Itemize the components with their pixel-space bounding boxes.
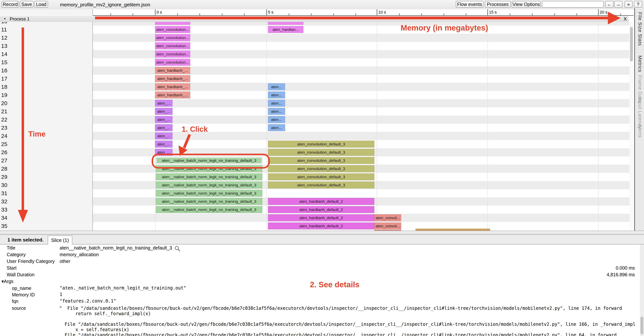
- memory-arrow: [95, 16, 608, 19]
- row-number-label: 17: [1, 76, 7, 82]
- timeline-slice[interactable]: aten_convolution_default_3: [268, 157, 374, 164]
- timeline-slice[interactable]: aten_hardtanh_default_2: [268, 222, 374, 229]
- timeline-slice[interactable]: aten__native_batch_norm_legit_no_trainin…: [156, 198, 262, 205]
- panel-splitter[interactable]: [0, 231, 644, 235]
- timeline-slice[interactable]: aten_convolution...: [155, 51, 190, 57]
- find-next-button[interactable]: →: [614, 1, 622, 8]
- ruler-minor-tick: [178, 13, 178, 15]
- timeline-slice[interactable]: aten...: [268, 116, 285, 123]
- timeline-slice[interactable]: aten...: [268, 100, 285, 107]
- row-number-label: 22: [1, 117, 7, 123]
- row-number-label: 13: [1, 43, 7, 49]
- timeline-slice[interactable]: aten_hardtanh_default_2: [268, 206, 374, 213]
- row-number-label: 18: [1, 84, 7, 90]
- timeline-slice[interactable]: aten...: [268, 108, 285, 115]
- scrollbar-thumb[interactable]: [630, 27, 633, 61]
- top-toolbar: Record Save Load memory_profile_mv2_igno…: [0, 0, 644, 9]
- detail-label: Title: [7, 245, 15, 251]
- timeline-slice[interactable]: aten_convol...: [374, 222, 401, 229]
- ruler-minor-tick: [133, 13, 133, 15]
- track-row-band: [93, 99, 634, 107]
- timeline-slice[interactable]: aten_...: [155, 141, 172, 148]
- ruler-minor-tick: [311, 13, 312, 15]
- collapse-icon[interactable]: ▾: [4, 17, 6, 20]
- timeline-slice[interactable]: aten_...: [155, 116, 172, 123]
- search-input[interactable]: [542, 1, 604, 8]
- timeline-slice[interactable]: aten_convolution_default_3: [268, 181, 374, 188]
- timeline-slice[interactable]: aten__native_batch_norm_legit_no_trainin…: [156, 173, 262, 180]
- timeline-slice[interactable]: aten_hardtanh_...: [155, 83, 190, 90]
- row-number-label: 21: [1, 108, 7, 115]
- time-ruler[interactable]: 0 s5 s10 s15 s20 s: [93, 9, 634, 16]
- ruler-minor-tick: [333, 13, 334, 15]
- timeline-slice[interactable]: aten_convolution...: [155, 59, 190, 66]
- magnifier-icon[interactable]: [174, 246, 180, 252]
- timeline-slice[interactable]: [155, 22, 190, 25]
- timeline-slice[interactable]: aten_convolution_default_3: [268, 173, 374, 180]
- timeline-slice[interactable]: aten_...: [155, 100, 172, 107]
- time-gridline: [488, 22, 488, 231]
- ruler-minor-tick: [554, 13, 555, 15]
- help-button[interactable]: ?: [634, 1, 642, 8]
- timeline-slice[interactable]: aten_...: [155, 124, 172, 131]
- processes-button[interactable]: Processes: [485, 1, 510, 8]
- tab-slice[interactable]: Slice (1): [48, 236, 72, 245]
- sidebar-tab-metrics[interactable]: Metrics: [637, 55, 643, 72]
- timeline-slice[interactable]: aten__native_batch_norm_legit_no_trainin…: [156, 206, 262, 213]
- analysis-tab-strip: 1 item selected. Slice (1): [0, 235, 644, 244]
- process-title: Process 1: [10, 16, 30, 21]
- row-number-label: 32: [1, 198, 7, 205]
- detail-value: aten__native_batch_norm_legit_no_trainin…: [60, 245, 172, 251]
- timeline-slice[interactable]: aten_hardtan...: [268, 26, 303, 33]
- timeline-slice[interactable]: aten_hardtanh_...: [155, 92, 190, 98]
- find-previous-button[interactable]: ←: [605, 1, 614, 8]
- view-options-button[interactable]: View Options: [512, 1, 541, 8]
- track-vertical-scrollbar[interactable]: [630, 22, 634, 231]
- row-number-label: 30: [1, 182, 7, 188]
- save-button[interactable]: Save: [20, 1, 34, 8]
- timeline-slice[interactable]: aten_...: [155, 108, 172, 115]
- timeline-slice[interactable]: aten_convolution...: [155, 42, 190, 49]
- timeline-slice[interactable]: aten_convol...: [374, 214, 401, 221]
- ruler-tick-label: 15 s: [489, 10, 497, 15]
- timeline-slice[interactable]: aten_convolution_default_3: [268, 165, 374, 172]
- row-number-label: 26: [1, 149, 7, 156]
- timeline-slice[interactable]: aten_hardtanh_...: [155, 75, 190, 82]
- detail-label: Wall Duration: [7, 272, 34, 277]
- timeline-slice[interactable]: aten_convolution...: [155, 34, 190, 41]
- row-number-label: 14: [1, 51, 7, 57]
- timeline-slice[interactable]: aten...: [268, 124, 285, 131]
- sidebar-tab-alerts[interactable]: Alerts: [637, 124, 643, 138]
- timeline-slice[interactable]: aten__native_batch_norm_legit_no_trainin…: [156, 181, 262, 188]
- flow-events-button[interactable]: Flow events: [456, 1, 483, 8]
- sidebar-tab-file-size-stats[interactable]: File Size Stats: [637, 12, 643, 46]
- timeline-slice[interactable]: aten...: [268, 83, 285, 90]
- timeline-slice[interactable]: aten__native_batch_norm_legit_no_trainin…: [156, 190, 262, 197]
- time-annotation: Time: [28, 130, 46, 138]
- timeline-slice[interactable]: [416, 229, 490, 231]
- close-process-icon[interactable]: X: [622, 16, 628, 22]
- row-number-label: 11: [1, 26, 7, 33]
- panel-scrollbar[interactable]: [640, 244, 644, 336]
- timeline-slice[interactable]: aten_convolution_default_3: [268, 141, 374, 148]
- timeline-slice[interactable]: aten_convolution...: [155, 26, 190, 33]
- record-button[interactable]: Record: [2, 1, 19, 8]
- load-button[interactable]: Load: [34, 1, 48, 8]
- timeline-slice[interactable]: aten_hardtanh_default_2: [268, 198, 374, 205]
- more-options-button[interactable]: »: [624, 1, 632, 8]
- timeline-slice[interactable]: aten_...: [155, 133, 172, 139]
- arg-label: fqn: [12, 299, 18, 304]
- detail-value: other: [60, 259, 70, 264]
- ruler-minor-tick: [399, 13, 400, 15]
- args-section-header[interactable]: ▾Args: [2, 279, 14, 284]
- detail-label: Category: [7, 252, 26, 257]
- timeline-slice[interactable]: aten_hardtanh_...: [155, 67, 190, 74]
- timeline-slice[interactable]: [268, 22, 303, 25]
- memory-arrowhead-icon: [608, 12, 620, 24]
- timeline-slice[interactable]: aten_convolution_default_3: [268, 149, 374, 156]
- timeline-slice[interactable]: aten_hardtanh_default_2: [268, 214, 374, 221]
- ruler-minor-tick: [532, 13, 532, 15]
- scrollbar-thumb[interactable]: [640, 317, 643, 334]
- trace-filename: memory_profile_mv2_ignore_getitem.json: [60, 2, 150, 8]
- timeline-slice[interactable]: aten...: [268, 92, 285, 98]
